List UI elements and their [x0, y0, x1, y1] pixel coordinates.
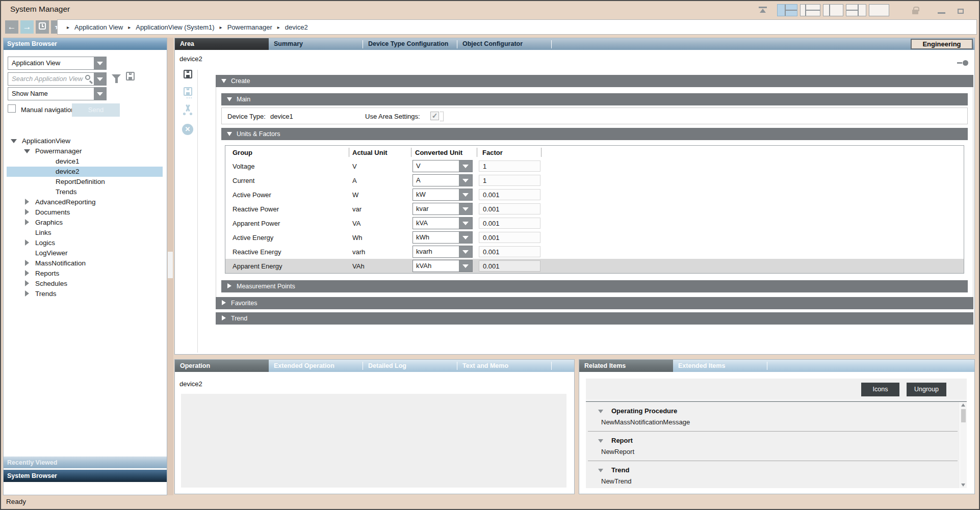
converted-unit-dropdown[interactable]: A: [412, 174, 473, 186]
expanded-triangle-icon[interactable]: [11, 139, 17, 143]
table-row[interactable]: Active PowerWkW0.001: [225, 187, 964, 202]
forward-button[interactable]: →: [20, 20, 34, 34]
view-select[interactable]: Application View: [8, 57, 107, 70]
send-button[interactable]: Send: [72, 103, 120, 117]
cut-icon[interactable]: [183, 104, 193, 115]
tree-item[interactable]: Powermanager: [7, 146, 163, 156]
table-row[interactable]: Reactive Energyvarhkvarh0.001: [225, 245, 964, 259]
table-row[interactable]: Apparent PowerVAkVA0.001: [225, 216, 964, 230]
table-row[interactable]: Reactive Powervarkvar0.001: [225, 202, 964, 216]
related-item-row[interactable]: NewMassNotificationMessage: [586, 417, 960, 428]
collapse-triangle-icon[interactable]: [598, 439, 603, 443]
tab-related-items[interactable]: Related Items: [579, 360, 673, 372]
search-icon[interactable]: [85, 75, 90, 80]
tree-item[interactable]: device2: [7, 167, 163, 177]
tab-device-type-configuration[interactable]: Device Type Configuration: [363, 38, 457, 50]
main-section-header[interactable]: Main: [221, 93, 968, 105]
tab-operation[interactable]: Operation: [175, 360, 269, 372]
factor-input[interactable]: 0.001: [479, 203, 540, 214]
tree-item[interactable]: Schedules: [7, 279, 163, 289]
converted-unit-dropdown[interactable]: kvar: [412, 203, 473, 215]
collapsed-triangle-icon[interactable]: [25, 199, 29, 205]
breadcrumb-item[interactable]: ApplicationView (System1): [136, 23, 214, 31]
related-group-row[interactable]: Operating Procedure: [586, 406, 960, 417]
layout-preset-left-split-button[interactable]: [800, 4, 820, 16]
tab-summary[interactable]: Summary: [269, 38, 363, 50]
tree-item[interactable]: Reports: [7, 269, 163, 279]
restore-button[interactable]: [958, 9, 964, 14]
breadcrumb-item[interactable]: Application View: [74, 23, 123, 31]
tab-object-configurator[interactable]: Object Configurator: [457, 38, 551, 50]
units-factors-section-header[interactable]: Units & Factors: [221, 128, 968, 140]
collapsed-triangle-icon[interactable]: [25, 209, 29, 215]
trend-header-bar[interactable]: Trend: [216, 312, 973, 325]
breadcrumb-item[interactable]: Powermanager: [227, 23, 272, 31]
layout-preset-right-split-button[interactable]: [846, 4, 866, 16]
factor-input[interactable]: 0.001: [479, 218, 540, 229]
discard-icon[interactable]: ✕: [182, 124, 193, 135]
icons-button[interactable]: Icons: [861, 383, 899, 396]
scroll-up-icon[interactable]: [961, 404, 965, 407]
factor-input[interactable]: 0.001: [479, 260, 540, 272]
tree-item[interactable]: MassNotification: [7, 258, 163, 269]
pin-handle-icon[interactable]: [957, 60, 968, 66]
factor-input[interactable]: 0.001: [479, 246, 540, 257]
tree-item[interactable]: Graphics: [7, 218, 163, 228]
collapsed-triangle-icon[interactable]: [25, 280, 29, 286]
system-browser-bar[interactable]: System Browser: [4, 470, 167, 482]
tree-item[interactable]: ApplicationView: [7, 136, 163, 146]
splitter-thumb[interactable]: [168, 252, 173, 278]
save-icon[interactable]: [184, 70, 192, 78]
engineering-mode-button[interactable]: Engineering: [911, 39, 973, 49]
table-row[interactable]: Active EnergyWhkWh0.001: [225, 230, 964, 245]
related-item-row[interactable]: NewReport: [586, 447, 960, 458]
related-item-row[interactable]: NewTrend: [586, 476, 960, 488]
sidebar-splitter[interactable]: [167, 38, 173, 495]
chevron-down-icon[interactable]: [459, 232, 472, 243]
tree-item[interactable]: Trends: [7, 187, 163, 197]
minimize-button[interactable]: [938, 12, 945, 14]
chevron-down-icon[interactable]: [94, 73, 106, 85]
tab-extended-items[interactable]: Extended Items: [673, 360, 767, 372]
ungroup-button[interactable]: Ungroup: [907, 383, 946, 396]
chevron-down-icon[interactable]: [459, 218, 472, 229]
breadcrumb-item[interactable]: device2: [285, 23, 308, 31]
converted-unit-dropdown[interactable]: kW: [412, 189, 473, 201]
tree-item[interactable]: Logics: [7, 238, 163, 248]
search-input[interactable]: Search Application View: [8, 72, 107, 86]
factor-input[interactable]: 0.001: [479, 189, 540, 200]
scroll-down-icon[interactable]: [961, 484, 965, 487]
chevron-down-icon[interactable]: [459, 203, 472, 214]
chevron-down-icon[interactable]: [459, 189, 472, 200]
factor-input[interactable]: 1: [479, 175, 540, 186]
chevron-down-icon[interactable]: [459, 160, 472, 172]
collapse-triangle-icon[interactable]: [598, 410, 603, 413]
converted-unit-dropdown[interactable]: kVA: [412, 217, 473, 229]
factor-input[interactable]: 0.001: [479, 232, 540, 243]
tab-area[interactable]: Area: [175, 38, 269, 50]
collapsed-triangle-icon[interactable]: [25, 290, 29, 297]
expanded-triangle-icon[interactable]: [24, 149, 30, 153]
chevron-down-icon[interactable]: [94, 88, 106, 100]
favorites-header-bar[interactable]: Favorites: [216, 297, 973, 309]
layout-preset-single-button[interactable]: [869, 4, 889, 16]
tab-text-and-memo[interactable]: Text and Memo: [457, 360, 551, 372]
save-search-icon[interactable]: [126, 72, 135, 80]
related-group-row[interactable]: Report: [586, 436, 960, 447]
table-row[interactable]: Apparent EnergyVAhkVAh0.001: [225, 259, 964, 273]
chevron-down-icon[interactable]: [94, 57, 106, 69]
factor-input[interactable]: 1: [479, 160, 540, 172]
recently-viewed-bar[interactable]: Recently Viewed: [4, 456, 167, 468]
converted-unit-dropdown[interactable]: kvarh: [412, 246, 473, 258]
collapsed-triangle-icon[interactable]: [25, 219, 29, 225]
converted-unit-dropdown[interactable]: kVAh: [412, 260, 473, 272]
layout-preset-4pane-button[interactable]: [777, 4, 797, 16]
save-as-icon[interactable]: ...: [184, 87, 192, 96]
use-area-settings-checkbox[interactable]: ✓: [430, 112, 439, 120]
tree-item[interactable]: AdvancedReporting: [7, 197, 163, 207]
filter-icon[interactable]: [112, 74, 121, 79]
related-scrollbar[interactable]: [960, 402, 967, 488]
layout-preset-two-column-button[interactable]: [823, 4, 843, 16]
chevron-down-icon[interactable]: [459, 246, 472, 257]
converted-unit-dropdown[interactable]: V: [412, 160, 473, 172]
